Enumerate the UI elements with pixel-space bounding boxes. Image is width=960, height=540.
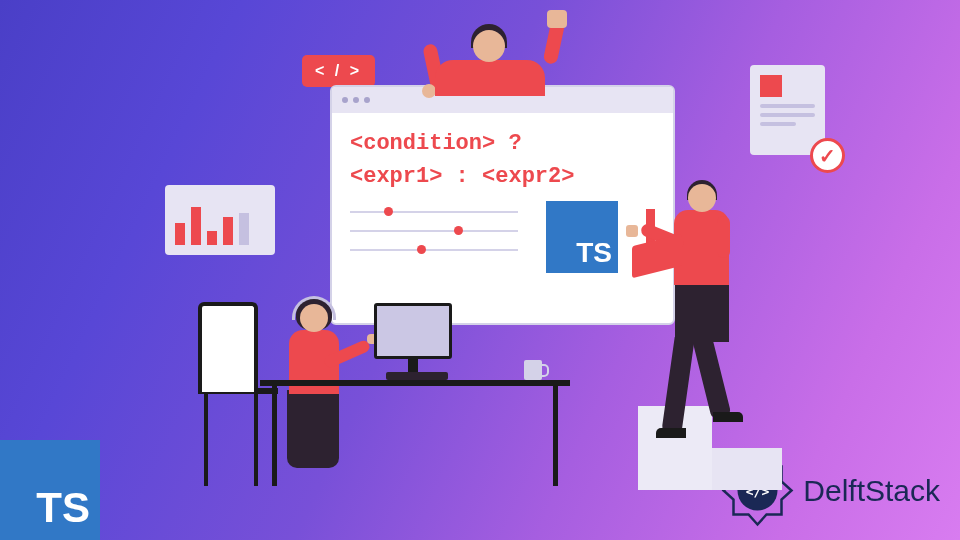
doc-line — [760, 113, 815, 117]
code-tag-text: < / > — [315, 62, 362, 79]
code-tag-badge: < / > — [302, 55, 375, 87]
stats-bar — [175, 223, 185, 245]
window-lower-section: TS — [332, 207, 673, 273]
stats-chart-card — [165, 185, 275, 255]
stats-bar — [239, 213, 249, 245]
stats-bar — [191, 207, 201, 245]
code-editor-window: <condition> ? <expr1> : <expr2> TS — [330, 85, 675, 325]
keyboard-illustration — [386, 372, 448, 380]
monitor-illustration — [374, 303, 452, 380]
typescript-corner-badge: TS — [0, 440, 100, 540]
doc-line — [760, 122, 796, 126]
person-standing-illustration — [638, 170, 788, 475]
mug-illustration — [524, 360, 542, 380]
code-line-2: <expr1> : <expr2> — [350, 160, 655, 193]
window-control-icon — [342, 97, 348, 103]
stats-bar — [223, 217, 233, 245]
window-control-icon — [364, 97, 370, 103]
code-line-1: <condition> ? — [350, 127, 655, 160]
chair-illustration — [198, 388, 278, 394]
slider-group — [350, 207, 518, 264]
ts-center-label: TS — [576, 237, 612, 269]
window-control-icon — [353, 97, 359, 103]
typescript-logo-icon: TS — [546, 201, 618, 273]
document-card — [750, 65, 825, 155]
checkmark-icon — [810, 138, 845, 173]
doc-line — [760, 104, 815, 108]
code-content: <condition> ? <expr1> : <expr2> — [332, 113, 673, 207]
person-top-illustration — [425, 22, 555, 92]
doc-thumb-icon — [760, 75, 782, 97]
desk-illustration — [260, 380, 570, 386]
ts-badge-label: TS — [36, 484, 90, 532]
delftstack-brand-name: DelftStack — [803, 474, 940, 508]
stats-bar — [207, 231, 217, 245]
